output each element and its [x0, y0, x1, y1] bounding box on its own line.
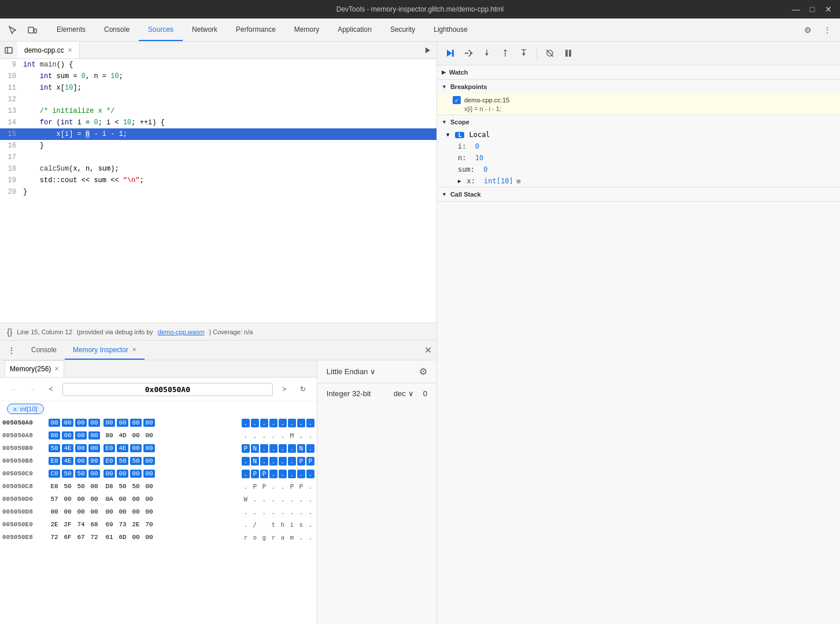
hex-byte[interactable]: 00: [143, 470, 155, 478]
scope-header[interactable]: ▼ Scope: [437, 115, 840, 129]
bottom-panel-close-icon[interactable]: ✕: [424, 345, 432, 356]
hex-byte[interactable]: 00: [88, 419, 100, 427]
hex-byte[interactable]: 00: [49, 419, 60, 427]
step-out-button[interactable]: [497, 45, 513, 61]
hex-byte[interactable]: 00: [143, 419, 155, 427]
hex-byte[interactable]: 50: [62, 482, 73, 490]
hex-byte[interactable]: 00: [143, 533, 155, 541]
deactivate-breakpoints-button[interactable]: [542, 45, 558, 61]
hex-byte[interactable]: 50: [62, 470, 73, 478]
hex-byte[interactable]: 50: [75, 482, 87, 490]
address-prev-button[interactable]: <: [44, 382, 58, 396]
memory-sub-tab-256[interactable]: Memory(256) ✕: [5, 360, 64, 377]
tab-security[interactable]: Security: [381, 19, 424, 41]
hex-byte[interactable]: 50: [130, 457, 142, 465]
hex-byte[interactable]: 50: [130, 482, 142, 490]
hex-byte[interactable]: 50: [117, 482, 128, 490]
tab-console-bottom[interactable]: Console: [23, 341, 65, 360]
hex-byte[interactable]: 00: [143, 444, 155, 452]
hex-byte[interactable]: 00: [88, 431, 100, 440]
select-element-icon[interactable]: [5, 22, 21, 38]
refresh-button[interactable]: ↻: [296, 382, 310, 396]
hex-byte[interactable]: 00: [49, 508, 60, 516]
hex-byte[interactable]: 80: [103, 431, 115, 440]
debugger-content[interactable]: ▶ Watch ▼ Breakpoints ✓ demo-cpp.cc:15 x…: [437, 65, 840, 624]
hex-byte[interactable]: 50: [49, 444, 60, 452]
tab-sources[interactable]: Sources: [139, 19, 183, 41]
hex-byte[interactable]: 00: [117, 508, 128, 516]
hex-byte[interactable]: 4E: [62, 444, 73, 452]
hex-byte[interactable]: 00: [103, 470, 115, 478]
hex-byte[interactable]: C8: [49, 470, 60, 478]
breakpoint-checkbox[interactable]: ✓: [453, 96, 461, 104]
file-tab-demo-cpp[interactable]: demo-cpp.cc ✕: [17, 42, 80, 58]
tab-application[interactable]: Application: [328, 19, 381, 41]
tab-elements[interactable]: Elements: [47, 19, 95, 41]
forward-button[interactable]: →: [25, 382, 39, 396]
hex-byte[interactable]: 00: [62, 495, 73, 503]
memory-inspector-close-icon[interactable]: ✕: [132, 346, 136, 353]
hex-byte[interactable]: 4D: [117, 431, 128, 440]
hex-byte[interactable]: 00: [103, 508, 115, 516]
hex-byte[interactable]: 00: [75, 495, 87, 503]
step-over-button[interactable]: [460, 45, 476, 61]
hex-byte[interactable]: 00: [88, 457, 100, 465]
hex-byte[interactable]: 2E: [130, 520, 142, 529]
hex-byte[interactable]: 67: [75, 533, 87, 541]
hex-byte[interactable]: E0: [103, 457, 115, 465]
hex-byte[interactable]: 57: [49, 495, 60, 503]
hex-byte[interactable]: 50: [75, 470, 87, 478]
integer-format-select[interactable]: dec ∨: [394, 389, 414, 398]
tab-memory-inspector[interactable]: Memory Inspector ✕: [65, 341, 145, 360]
hex-byte[interactable]: 00: [130, 419, 142, 427]
hex-byte[interactable]: E0: [49, 482, 60, 490]
hex-byte[interactable]: 00: [130, 431, 142, 440]
bottom-menu-icon[interactable]: ⋮: [5, 344, 18, 357]
run-snippet-icon[interactable]: [419, 42, 436, 59]
hex-byte[interactable]: 00: [103, 419, 115, 427]
variable-badge[interactable]: x: int[10]: [7, 404, 310, 414]
hex-byte[interactable]: 61: [103, 533, 115, 541]
resume-button[interactable]: [442, 45, 458, 61]
hex-byte[interactable]: 00: [143, 508, 155, 516]
hex-byte[interactable]: 70: [143, 520, 155, 529]
hex-byte[interactable]: 00: [88, 444, 100, 452]
step-button[interactable]: [516, 45, 532, 61]
pause-on-exceptions-button[interactable]: [560, 45, 576, 61]
back-button[interactable]: ←: [7, 382, 21, 396]
endian-select[interactable]: Little Endian ∨: [327, 367, 376, 376]
hex-byte[interactable]: 00: [75, 431, 87, 440]
watch-header[interactable]: ▶ Watch: [437, 65, 840, 79]
hex-byte[interactable]: 72: [49, 533, 60, 541]
address-input[interactable]: [62, 383, 273, 396]
hex-byte[interactable]: 00: [88, 470, 100, 478]
hex-byte[interactable]: 50: [117, 457, 128, 465]
hex-byte[interactable]: 00: [49, 431, 60, 440]
hex-byte[interactable]: 00: [117, 495, 128, 503]
close-button[interactable]: ✕: [823, 5, 834, 14]
hex-byte[interactable]: 73: [117, 520, 128, 529]
hex-byte[interactable]: E0: [49, 457, 60, 465]
hex-byte[interactable]: 00: [117, 419, 128, 427]
hex-byte[interactable]: 00: [75, 419, 87, 427]
endian-settings-icon[interactable]: ⚙: [419, 366, 427, 377]
tab-console[interactable]: Console: [95, 19, 139, 41]
hex-byte[interactable]: D8: [103, 482, 115, 490]
code-scroll[interactable]: 9 int main() { 10 int sum = 0, n = 10; 1…: [0, 59, 436, 323]
hex-byte[interactable]: 00: [130, 470, 142, 478]
hex-byte[interactable]: 00: [88, 508, 100, 516]
hex-byte[interactable]: 2E: [49, 520, 60, 529]
hex-byte[interactable]: 00: [130, 495, 142, 503]
hex-byte[interactable]: 68: [88, 520, 100, 529]
address-next-button[interactable]: >: [277, 382, 291, 396]
hex-byte[interactable]: 00: [62, 419, 73, 427]
memory-tab-close-icon[interactable]: ✕: [54, 365, 59, 372]
hex-byte[interactable]: 00: [75, 444, 87, 452]
settings-icon[interactable]: ⚙: [800, 22, 816, 38]
tab-network[interactable]: Network: [183, 19, 227, 41]
hex-byte[interactable]: 00: [62, 508, 73, 516]
wasm-link[interactable]: demo-cpp.wasm: [158, 328, 205, 335]
device-toggle-icon[interactable]: [24, 22, 40, 38]
scope-local-header[interactable]: ▼ L Local: [437, 129, 840, 141]
hex-byte[interactable]: 00: [75, 508, 87, 516]
